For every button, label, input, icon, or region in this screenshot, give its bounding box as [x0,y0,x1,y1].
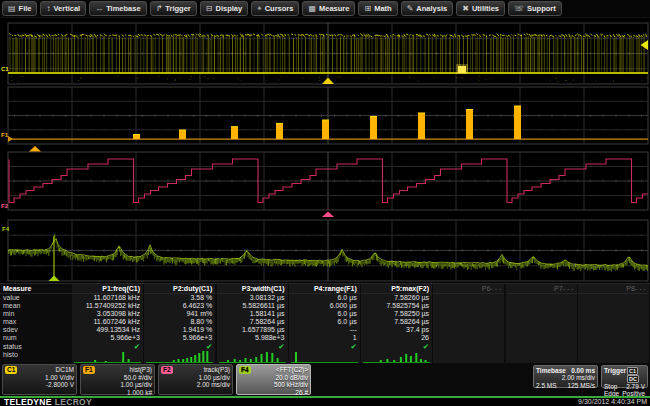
measure-cell [506,294,577,302]
timebase-offset: 0.00 ms [571,367,595,374]
descriptor-bar: F4<FFT(C2)>20.0 dB/div500 kHz/div26 #F2t… [0,363,650,397]
measure-column-p8[interactable]: P8- - - [578,284,649,364]
measure-column-header: P4:range(F1) [289,284,360,294]
measure-cell: 7.58264 µs [361,318,432,326]
timebase-box[interactable]: Timebase 0.00 ms 2.00 ms/div 2.5 MS 125 … [533,365,598,388]
measure-column-header: P5:max(F2) [361,284,432,294]
measure-cell [433,326,504,334]
measure-histicon [506,351,577,364]
measure-cell [578,302,649,310]
measure-cell [433,318,504,326]
measure-column-p2[interactable]: P2:duty(C1)3.58 %6.4623 %941 m%8.80 %1.9… [144,284,215,364]
measure-column-header: P8- - - [578,284,649,294]
measure-cell: 11.607168 kHz [72,294,143,302]
f4-marker[interactable] [49,276,60,282]
measure-cell: 7.58264 µs [217,318,288,326]
measure-column-header: P3:width(C1) [217,284,288,294]
brand-logo: TELEDYNELECROY [4,397,92,406]
timebase-rate: 125 MS/s [568,382,595,389]
descriptor-line: 20.0 dB/div [239,374,308,382]
trigger-source-chip: C1 [627,367,638,375]
measure-cell: 3.08132 µs [217,294,288,302]
measure-cell: 1.9419 % [144,326,215,334]
measure-cell: 6.0 µs [289,310,360,318]
measure-row-label-value: value [0,294,72,302]
measure-column-p6[interactable]: P6- - - [433,284,504,364]
grid-section-3 [8,152,648,210]
measure-cell: 5.5826611 µs [217,302,288,310]
trigger-level: 2.79 V [626,383,645,390]
measure-cell: 11.57409252 kHz [72,302,143,310]
measure-cell: 5.966e+3 [72,334,143,342]
descriptor-line: 2.00 ms/div [161,381,230,389]
measure-cell: 8.80 % [144,318,215,326]
measure-cell: 11.607246 kHz [72,318,143,326]
waveform-display [0,0,650,283]
descriptor-line: 500 kHz/div [239,381,308,389]
channel-badge-f2: F2 [161,366,173,374]
measure-column-header: P6- - - [433,284,504,294]
measure-cell [506,334,577,342]
channel-badge-f4: F4 [239,366,251,374]
measure-row-label-num: num [0,334,72,342]
measure-row-label-max: max [0,318,72,326]
trigger-box[interactable]: Trigger C1DC Stop 2.79 V Edge Positive [601,365,648,388]
measure-histicon [217,351,288,364]
measure-cell: 5.988e+3 [217,334,288,342]
descriptor-box-f4[interactable]: F4<FFT(C2)>20.0 dB/div500 kHz/div26 # [236,364,311,395]
measure-status: ✔ [144,343,215,351]
measure-status [506,343,577,351]
f1-marker[interactable] [29,146,41,152]
channel-badge-f1: F1 [83,366,95,374]
measure-cell: 7.58250 µs [361,310,432,318]
measure-row-label-min: min [0,310,72,318]
brand-lecroy: LECROY [55,397,92,406]
descriptor-box-f2[interactable]: F2track(P3)1.00 µs/div2.00 ms/div [158,364,233,395]
measure-row-label-status: status [0,343,72,351]
measure-table: Measurevaluemeanminmaxsdevnumstatushisto… [0,283,650,363]
measure-status [433,343,504,351]
measure-column-header: P1:freq(C1) [72,284,143,294]
measure-cell: 941 m% [144,310,215,318]
descriptor-title: DC1M [56,366,74,374]
measure-histicon [289,351,360,364]
measure-row-label-histo: histo [0,351,72,359]
measure-status [578,343,649,351]
measure-column-p1[interactable]: P1:freq(C1)11.607168 kHz11.57409252 kHz3… [72,284,143,364]
measure-cell [578,294,649,302]
trigger-position-marker[interactable] [322,78,334,85]
measure-histicon [144,351,215,364]
measure-column-p5[interactable]: P5:max(F2)7.58260 µs7.5825754 µs7.58250 … [361,284,432,364]
descriptor-line: 50.0 #/div [83,374,152,382]
measure-cell [506,318,577,326]
descriptor-line: 1.00 µs/div [83,381,152,389]
f2-grid-label: F2 [1,203,8,210]
measure-column-p7[interactable]: P7- - - [506,284,577,364]
measure-column-p4[interactable]: P4:range(F1)6.0 µs6.000 µs6.0 µs6.0 µs--… [289,284,360,364]
measure-cell [433,310,504,318]
measure-histicon [361,351,432,364]
measure-histicon [578,351,649,364]
descriptor-line: 1.00 µs/div [161,374,230,382]
measure-cell: 37.4 ps [361,326,432,334]
descriptor-title: track(P3) [204,366,230,374]
measure-title: Measure [0,284,72,294]
measure-cell [578,326,649,334]
datetime: 9/30/2012 4:40:34 PM [578,398,647,405]
descriptor-box-f1[interactable]: F1hist(P3)50.0 #/div1.00 µs/div1.000 k# [80,364,155,395]
f2-marker[interactable] [322,212,334,218]
timebase-scale: 2.00 ms/div [562,374,595,381]
measure-status: ✔ [217,343,288,351]
measure-cell [578,310,649,318]
measure-cell: 1 [289,334,360,342]
measure-column-p3[interactable]: P3:width(C1)3.08132 µs5.5826611 µs1.5814… [217,284,288,364]
measure-status: ✔ [289,343,360,351]
measure-cell [578,318,649,326]
measure-cell: 26 [361,334,432,342]
measure-cell: 1.6577895 µs [217,326,288,334]
oscilloscope-screen: ▤File↕Vertical↔Timebase↱Trigger⊟Display⌖… [0,0,650,406]
footer: TELEDYNELECROY 9/30/2012 4:40:34 PM [0,398,650,406]
measure-cell: 3.58 % [144,294,215,302]
descriptor-line: -2.8000 V [5,381,74,389]
descriptor-box-c1[interactable]: C1DC1M1.00 V/div-2.8000 V [2,364,77,395]
